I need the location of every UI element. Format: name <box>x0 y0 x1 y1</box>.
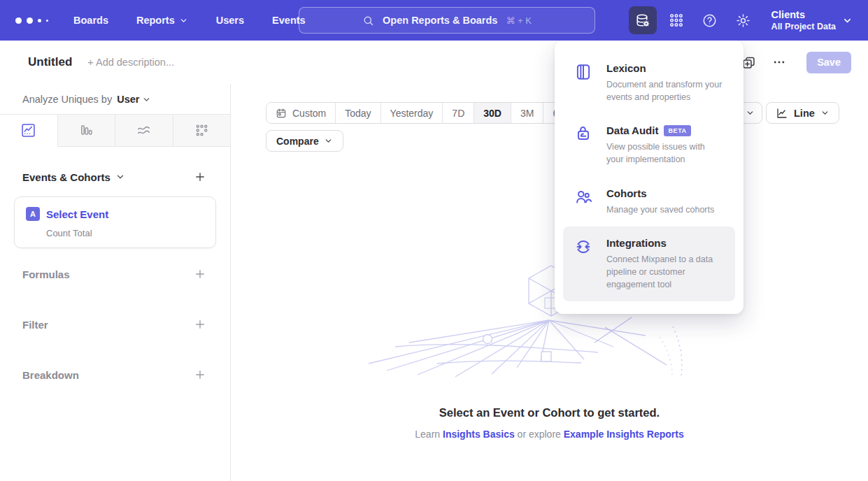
events-cohorts-title: Events & Cohorts <box>22 171 111 183</box>
help-icon <box>702 13 718 29</box>
menu-item-title: Cohorts <box>606 187 647 199</box>
data-audit-icon <box>574 124 594 166</box>
search-bar[interactable]: Open Reports & Boards ⌘ + K <box>299 7 595 34</box>
event-measurement[interactable]: Count Total <box>46 228 204 238</box>
range-30d[interactable]: 30D <box>474 103 511 123</box>
formulas-row: Formulas <box>0 265 230 283</box>
add-filter-button[interactable] <box>191 315 209 333</box>
metric-grid-icon <box>194 122 210 138</box>
plus-icon <box>194 318 206 331</box>
tab-bar-chart[interactable] <box>58 115 116 147</box>
filter-row: Filter <box>0 315 230 333</box>
add-formula-button[interactable] <box>191 265 209 283</box>
breakdown-row: Breakdown <box>0 366 230 384</box>
chevron-down-icon <box>842 15 853 26</box>
lexicon-icon <box>574 62 594 103</box>
search-shortcut: ⌘ + K <box>506 15 532 26</box>
search-icon <box>362 15 374 27</box>
more-options-button[interactable] <box>767 50 791 74</box>
chevron-down-icon <box>746 108 755 117</box>
menu-item-title: Data Audit <box>606 124 658 136</box>
gear-icon <box>735 13 751 29</box>
event-letter-badge: A <box>26 207 40 221</box>
menu-item-lexicon[interactable]: Lexicon Document and transform your even… <box>563 52 735 114</box>
menu-item-title: Integrations <box>606 237 667 249</box>
example-reports-link[interactable]: Example Insights Reports <box>564 429 684 440</box>
range-custom[interactable]: Custom <box>266 103 336 123</box>
chart-type-tabs <box>0 114 230 147</box>
range-yesterday[interactable]: Yesterday <box>381 103 443 123</box>
menu-item-description: View possible issues with your implement… <box>606 141 724 166</box>
tab-line-chart[interactable] <box>0 115 58 147</box>
data-management-menu: Lexicon Document and transform your even… <box>555 41 744 314</box>
flow-icon <box>136 122 152 138</box>
empty-state-title: Select an Event or Cohort to get started… <box>231 406 868 419</box>
chevron-down-icon <box>820 108 830 117</box>
apps-grid-icon <box>669 13 684 28</box>
chart-style-dropdown[interactable]: Line <box>766 102 839 124</box>
range-today[interactable]: Today <box>336 103 380 123</box>
nav-boards[interactable]: Boards <box>73 15 108 26</box>
report-actions: Save <box>737 50 851 74</box>
ellipsis-icon <box>772 55 786 69</box>
formulas-label: Formulas <box>22 268 70 280</box>
plus-icon <box>194 368 206 381</box>
analyze-row: Analyze Uniques by User <box>0 84 230 114</box>
chevron-down-icon <box>179 16 188 25</box>
primary-nav: Boards Reports Users Events <box>73 15 306 26</box>
plus-icon <box>194 171 206 183</box>
org-name: Clients <box>771 9 836 20</box>
menu-item-cohorts[interactable]: Cohorts Manage your saved cohorts <box>563 177 735 227</box>
integrations-icon <box>574 237 594 291</box>
add-description[interactable]: + Add description... <box>87 57 174 68</box>
line-chart-icon <box>776 107 788 120</box>
or-explore-text: or explore <box>518 429 561 440</box>
report-canvas: Custom Today Yesterday 7D 30D 3M 6M Comp… <box>231 84 868 481</box>
search-placeholder: Open Reports & Boards <box>383 15 497 26</box>
range-3m[interactable]: 3M <box>511 103 543 123</box>
help-button[interactable] <box>696 6 724 34</box>
query-builder-sidebar: Analyze Uniques by User <box>0 84 231 481</box>
breakdown-label: Breakdown <box>22 369 79 381</box>
event-row-card[interactable]: A Select Event Count Total <box>14 196 216 248</box>
menu-item-integrations[interactable]: Integrations Connect Mixpanel to a data … <box>563 227 735 301</box>
settings-button[interactable] <box>730 6 757 34</box>
filter-label: Filter <box>22 319 48 331</box>
save-button[interactable]: Save <box>806 52 851 73</box>
report-title[interactable]: Untitled <box>28 55 72 69</box>
analyze-label: Analyze Uniques by <box>22 94 112 105</box>
range-7d[interactable]: 7D <box>443 103 474 123</box>
chevron-down-icon <box>142 95 151 104</box>
tab-flow-chart[interactable] <box>115 115 173 147</box>
menu-item-data-audit[interactable]: Data Audit BETA View possible issues wit… <box>563 114 735 176</box>
chevron-down-icon <box>324 136 333 145</box>
apps-grid-button[interactable] <box>662 6 690 34</box>
compare-dropdown[interactable]: Compare <box>266 130 343 152</box>
menu-item-description: Connect Mixpanel to a data pipeline or c… <box>606 253 724 291</box>
nav-reports[interactable]: Reports <box>136 15 188 26</box>
analyze-value-dropdown[interactable]: User <box>117 94 151 105</box>
project-name: All Project Data <box>771 22 836 31</box>
data-management-button[interactable] <box>629 6 657 34</box>
menu-item-description: Manage your saved cohorts <box>606 203 714 216</box>
navbar-actions: Clients All Project Data <box>629 6 853 34</box>
menu-item-description: Document and transform your events and p… <box>606 78 724 103</box>
events-cohorts-header: Events & Cohorts <box>0 147 230 186</box>
chevron-down-icon[interactable] <box>115 172 125 182</box>
select-event-label[interactable]: Select Event <box>46 208 108 220</box>
top-navbar: Boards Reports Users Events Open Reports… <box>0 0 868 41</box>
tab-metric[interactable] <box>173 115 231 147</box>
add-event-button[interactable] <box>191 168 209 186</box>
project-selector[interactable]: Clients All Project Data <box>771 9 853 31</box>
nav-users[interactable]: Users <box>216 15 244 26</box>
calendar-icon <box>276 108 287 119</box>
empty-state-subtitle: Learn Insights Basics or explore Example… <box>231 429 868 440</box>
line-chart-icon <box>20 122 36 138</box>
cohorts-icon <box>574 187 594 216</box>
learn-prefix: Learn <box>415 429 440 440</box>
menu-item-title: Lexicon <box>606 62 646 74</box>
insights-basics-link[interactable]: Insights Basics <box>443 429 515 440</box>
mixpanel-logo-icon[interactable] <box>15 17 48 24</box>
add-breakdown-button[interactable] <box>191 366 209 384</box>
date-range-control: Custom Today Yesterday 7D 30D 3M 6M <box>266 102 576 124</box>
